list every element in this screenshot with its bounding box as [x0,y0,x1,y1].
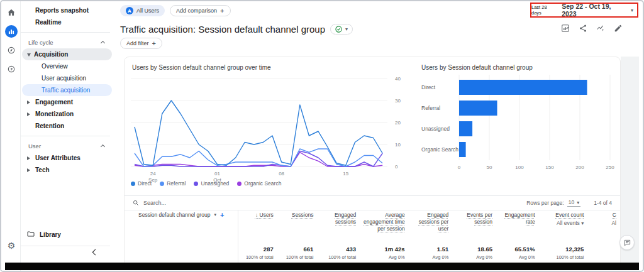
home-icon[interactable] [6,7,17,18]
sidebar-item-engagement[interactable]: Engagement [22,96,112,108]
sidebar-item-label: User Attributes [35,155,80,161]
sidebar-bottom: Library [21,228,115,254]
sidebar-item-label: Retention [35,122,64,129]
date-range-annotation-box: Last 28 days Sep 22 - Oct 19, 2023 ▾ [530,3,638,18]
chevron-down-icon: ▾ [345,26,348,32]
bar-chart-title: Users by Session default channel group [421,64,533,71]
date-range-selector[interactable]: Sep 22 - Oct 19, 2023 [562,3,627,18]
svg-text:15: 15 [343,171,348,177]
sidebar-divider [21,32,110,33]
add-dimension-button[interactable]: + [220,212,224,219]
icon-rail: ⚙ [1,1,21,271]
legend-item-organic-search[interactable]: Organic Search [237,180,281,187]
add-filter-chip[interactable]: Add filter + [120,38,162,49]
sidebar-item-user[interactable]: User [22,140,112,152]
expander-icon [27,156,32,160]
svg-text:20: 20 [395,120,401,126]
all-users-chip[interactable]: A All Users [120,5,165,16]
svg-text:08: 08 [279,171,284,177]
sidebar-item-user-acquisition[interactable]: User acquisition [22,72,112,84]
column-header-average-engagement-time-per-session[interactable]: Average engagement time per session [360,212,409,232]
collapse-group-icon[interactable] [101,144,105,149]
legend-item-unassigned[interactable]: Unassigned [194,180,229,187]
sidebar-item-acquisition[interactable]: Acquisition [22,48,112,60]
all-users-label: All Users [136,8,159,14]
expander-icon [27,112,32,116]
svg-text:Unassigned: Unassigned [421,126,450,132]
library-label: Library [40,231,61,238]
svg-text:200: 200 [575,165,584,170]
column-header-events-per-session[interactable]: Events per session [452,212,496,232]
chevron-down-icon: ▾ [214,212,216,217]
sidebar-item-label: Life cycle [28,39,53,46]
sidebar-item-life-cycle[interactable]: Life cycle [22,36,112,48]
sidebar-item-label: Traffic acquisition [42,87,90,94]
totals-cell: 12,325100% of total [539,246,588,261]
sidebar-item-tech[interactable]: Tech [22,164,112,176]
collapse-group-icon[interactable] [101,41,105,45]
dimension-header[interactable]: Session default channel group ▾ + [125,212,237,232]
chevron-down-icon: ▾ [631,8,633,13]
feedback-button[interactable] [619,235,635,250]
sidebar-item-realtime[interactable]: Realtime [22,16,112,28]
sidebar-item-label: User acquisition [42,75,86,82]
sidebar-item-retention[interactable]: Retention [22,120,112,132]
legend-item-referral[interactable]: Referral [160,180,186,187]
expander-icon [27,101,32,104]
advertising-icon[interactable] [6,63,17,75]
table-search-row: Search... Rows per page: 10 ▾ 1-4 of 4 [125,196,620,210]
legend-dot-icon [131,182,135,186]
column-header-clipped[interactable]: CAl [587,212,620,232]
column-header-engaged-sessions[interactable]: Engaged sessions [317,212,360,232]
sidebar-item-overview[interactable]: Overview [22,60,112,72]
sidebar-item-monetization[interactable]: Monetization [22,108,112,120]
collapse-sidebar-icon[interactable] [92,249,99,256]
table-totals-row: 287100% of total661100% of total433100% … [125,246,620,261]
svg-text:01: 01 [214,171,220,177]
add-comparison-chip[interactable]: Add comparison + [170,5,230,16]
sidebar-item-label: Engagement [35,99,73,106]
sidebar-item-library[interactable]: Library [21,228,115,241]
report-card: Users by Session default channel group o… [124,57,621,264]
totals-cell: 661100% of total [277,246,318,261]
data-quality-badge[interactable]: ▾ [330,24,353,35]
insights-icon[interactable] [596,24,605,33]
sidebar-item-label: Overview [42,63,68,70]
reports-icon[interactable] [5,25,18,38]
totals-cell: 1m 42sAvg 0% [360,246,409,261]
search-input[interactable]: Search... [133,200,526,206]
rows-per-page-select[interactable]: 10 ▾ [567,199,580,207]
svg-text:0: 0 [458,165,461,170]
sidebar-item-user-attributes[interactable]: User Attributes [22,152,112,164]
totals-cell: 1.51Avg 0% [409,246,453,261]
sidebar-item-reports-snapshot[interactable]: Reports snapshot [22,4,112,16]
column-header-sessions[interactable]: Sessions [277,212,318,232]
column-header-users[interactable]: ↓ Users [237,212,277,232]
explore-icon[interactable] [6,45,17,56]
column-header-engagement-rate[interactable]: Engagement rate [496,212,539,232]
rows-per-page-label: Rows per page: [526,200,564,206]
page-title: Traffic acquisition: Session default cha… [120,24,325,35]
expander-icon [27,168,32,172]
totals-spacer [125,246,237,261]
customize-report-icon[interactable] [561,24,570,33]
sidebar-divider [21,136,110,136]
folder-icon [27,231,35,238]
column-header-engaged-sessions-per-user[interactable]: Engaged sessions per user [409,212,453,232]
plus-icon: + [220,7,224,14]
scroll-gutter [621,57,639,264]
date-prefix: Last 28 days [531,4,558,16]
share-icon[interactable] [579,24,587,33]
totals-cell [587,246,620,261]
edit-icon[interactable] [614,24,623,33]
svg-text:Organic Search: Organic Search [421,146,458,153]
column-header-event-count[interactable]: Event countAll events ▾ [539,212,588,232]
svg-text:150: 150 [545,165,554,170]
check-circle-icon [335,26,342,33]
settings-icon[interactable]: ⚙ [6,240,17,251]
sidebar-item-traffic-acquisition[interactable]: Traffic acquisition [22,84,112,96]
totals-cell: 18.65Avg 0% [452,246,496,261]
legend-item-direct[interactable]: Direct [131,180,152,187]
chart-legend: DirectReferralUnassignedOrganic Search [131,180,281,187]
sidebar-item-label: Tech [35,166,50,173]
